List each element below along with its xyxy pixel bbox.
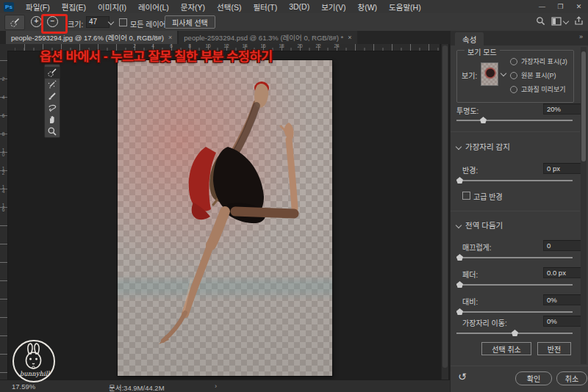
- tab-close-icon[interactable]: ×: [168, 34, 172, 41]
- menu-view[interactable]: 보기(V): [315, 1, 351, 12]
- canvas[interactable]: [118, 60, 332, 376]
- feather-value[interactable]: 0.0 px: [543, 267, 584, 278]
- minimize-button[interactable]: —: [533, 0, 551, 13]
- quick-selection-tool[interactable]: [45, 67, 60, 79]
- show-original-radio[interactable]: [510, 72, 517, 79]
- contrast-label: 대비:: [462, 296, 478, 307]
- view-label: 보기:: [462, 70, 477, 81]
- refine-edge-brush-tool[interactable]: [45, 79, 60, 90]
- menu-file[interactable]: 파일(F): [20, 1, 56, 12]
- shift-edge-value[interactable]: 0%: [543, 316, 584, 327]
- sample-all-layers-checkbox[interactable]: [119, 18, 127, 26]
- menu-window[interactable]: 창(W): [352, 1, 384, 12]
- document-size: 문서:34.9M/44.2M: [109, 382, 165, 392]
- brush-size-input[interactable]: 47: [86, 16, 110, 28]
- hand-tool[interactable]: [45, 114, 60, 126]
- show-edge-label: 가장자리 표시(J): [521, 57, 567, 66]
- section-chevron-icon: [456, 143, 462, 149]
- menu-select[interactable]: 선택(S): [211, 1, 247, 12]
- view-mode-group: 보기 모드 보기: 가장자리 표시(J) 원본 표시(P) 고화질 미리보기: [456, 50, 574, 103]
- radius-value[interactable]: 0 px: [543, 163, 584, 174]
- edge-detection-section[interactable]: 가장자리 감지: [456, 141, 510, 152]
- menu-help[interactable]: 도움말(H): [383, 1, 427, 12]
- shift-edge-slider[interactable]: [456, 333, 573, 334]
- feather-slider[interactable]: [456, 284, 573, 286]
- deselect-button[interactable]: 선택 취소: [481, 342, 531, 355]
- menu-type[interactable]: 문자(Y): [175, 1, 211, 12]
- brush-tool[interactable]: [45, 90, 60, 102]
- work-area: 24681012141618202224 246810121416: [0, 44, 450, 380]
- menu-image[interactable]: 이미지(I): [92, 1, 132, 12]
- options-bar: + − 크기: 47 모든 레이어 샘플링 피사체 선택: [0, 13, 588, 32]
- panel-scrollbar[interactable]: [581, 47, 587, 364]
- select-and-mask-toolbar: [44, 64, 60, 138]
- view-mode-legend: 보기 모드: [465, 46, 500, 57]
- menu-filter[interactable]: 필터(T): [247, 1, 283, 12]
- refine-edge-brush-icon: [47, 79, 57, 90]
- high-quality-preview-label: 고화질 미리보기: [521, 84, 565, 94]
- global-refine-section[interactable]: 전역 다듬기: [456, 219, 503, 231]
- tab-title: people-2593294.jpg @ 17.6% (레이어 0, RGB/8…: [11, 32, 164, 43]
- maximize-button[interactable]: ❐: [551, 0, 570, 13]
- transparency-value[interactable]: 20%: [543, 104, 584, 115]
- radius-slider[interactable]: [456, 180, 573, 181]
- tab-people-psd[interactable]: people-2593294.psd @ 61.3% (레이어 0, RGB/8…: [179, 31, 356, 44]
- global-refine-header: 전역 다듬기: [465, 219, 503, 231]
- work-area-scrollbar[interactable]: [441, 44, 448, 380]
- hand-icon: [47, 115, 57, 125]
- smart-radius-checkbox[interactable]: [462, 192, 470, 200]
- workspace-dropdown-icon: [563, 18, 569, 23]
- properties-panel: 속성 » 보기 모드 보기: 가장자리 표시(J) 원본 표시(P) 고화질 미…: [450, 31, 588, 392]
- search-icon[interactable]: [536, 16, 545, 26]
- brush-size-label: 크기:: [68, 18, 83, 29]
- status-bar: 17.59% 문서:34.9M/44.2M ›: [0, 380, 450, 392]
- tab-people-jpg[interactable]: people-2593294.jpg @ 17.6% (레이어 0, RGB/8…: [6, 31, 177, 44]
- show-original-option[interactable]: 원본 표시(P): [510, 70, 556, 80]
- brush-icon: [47, 91, 57, 101]
- collapse-panel-icon[interactable]: »: [579, 33, 583, 40]
- radius-label: 반경:: [462, 164, 478, 175]
- cancel-button[interactable]: 취소: [556, 371, 587, 385]
- high-quality-preview-option[interactable]: 고화질 미리보기: [510, 84, 565, 94]
- feather-label: 페더:: [462, 269, 478, 280]
- smooth-slider[interactable]: [456, 257, 573, 258]
- transparency-slider[interactable]: [456, 120, 573, 121]
- dancer-image: [118, 60, 332, 376]
- high-quality-preview-radio[interactable]: [510, 86, 517, 93]
- ok-button[interactable]: 확인: [515, 371, 552, 385]
- reset-icon[interactable]: ↺: [458, 371, 467, 382]
- add-to-selection-button[interactable]: +: [31, 16, 42, 27]
- lasso-tool[interactable]: [45, 102, 60, 114]
- show-edge-radio[interactable]: [510, 58, 517, 65]
- select-subject-button[interactable]: 피사체 선택: [165, 15, 215, 29]
- menu-3d[interactable]: 3D(D): [283, 2, 315, 11]
- share-icon[interactable]: [574, 16, 584, 26]
- tab-properties[interactable]: 속성: [455, 32, 484, 46]
- current-tool-preset[interactable]: [4, 15, 25, 30]
- contrast-slider[interactable]: [456, 311, 573, 313]
- contrast-value[interactable]: 0%: [543, 294, 584, 305]
- quick-selection-icon: [47, 68, 57, 78]
- tab-close-icon[interactable]: ×: [348, 34, 351, 41]
- tutorial-annotation-text: 옵션 바에서 - 누르고 잘못 칠한 부분 수정하기: [40, 46, 273, 65]
- status-chevron-icon[interactable]: ›: [215, 382, 217, 390]
- zoom-tool[interactable]: [45, 126, 60, 137]
- menu-layer[interactable]: 레이어(L): [132, 1, 175, 12]
- watermark-logo: bunnyhill: [10, 337, 59, 390]
- photoshop-app-icon[interactable]: Ps: [4, 2, 14, 12]
- menu-edit[interactable]: 편집(E): [56, 1, 92, 12]
- workspace-switcher[interactable]: [551, 17, 568, 26]
- smooth-value[interactable]: 0: [543, 240, 584, 251]
- view-dropdown-icon[interactable]: [501, 70, 506, 76]
- workspace-icon: [551, 17, 562, 26]
- show-original-label: 원본 표시(P): [521, 70, 556, 80]
- smooth-label: 매끄럽게:: [462, 242, 492, 253]
- invert-button[interactable]: 반전: [537, 342, 571, 355]
- show-edge-option[interactable]: 가장자리 표시(J): [510, 57, 567, 66]
- close-button[interactable]: ✕: [570, 0, 588, 13]
- section-chevron-icon: [456, 222, 462, 228]
- view-thumbnail[interactable]: [481, 62, 498, 86]
- transparency-label: 투명도:: [456, 105, 478, 116]
- tab-title: people-2593294.psd @ 61.3% (레이어 0, RGB/8…: [184, 32, 343, 43]
- zoom-icon: [47, 126, 57, 137]
